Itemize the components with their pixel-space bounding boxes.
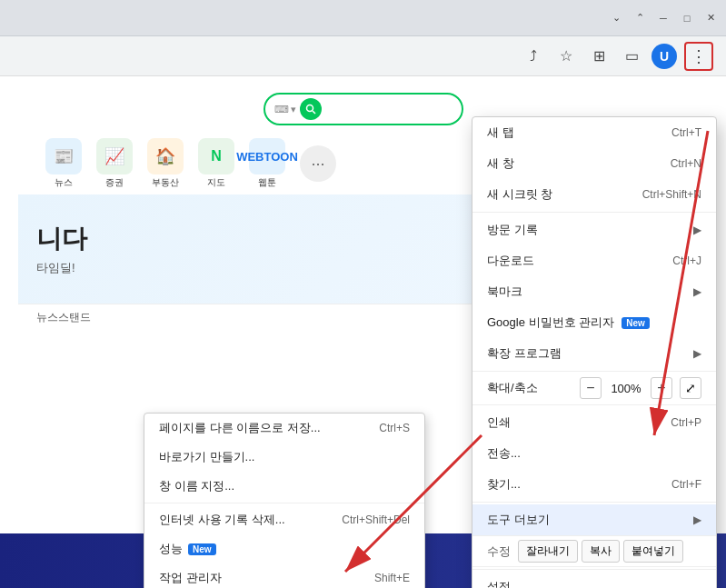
cm-new-window[interactable]: 새 창 Ctrl+N xyxy=(472,148,716,179)
toolbar-actions: ⤴ ☆ ⊞ ▭ U ⋮ xyxy=(521,42,713,71)
cm-find-shortcut: Ctrl+F xyxy=(671,478,701,491)
ctx-clear-history-shortcut: Ctrl+Shift+Del xyxy=(342,513,410,526)
cm-divider-5 xyxy=(472,569,716,570)
zoom-controls: − 100% + ⤢ xyxy=(580,377,701,399)
ctx-save-page[interactable]: 페이지를 다른 이름으로 저장... Ctrl+S xyxy=(144,414,424,443)
cm-history[interactable]: 방문 기록 ▶ xyxy=(472,214,716,245)
avatar[interactable]: U xyxy=(651,44,677,69)
zoom-minus-button[interactable]: − xyxy=(580,377,602,399)
news-label: 뉴스 xyxy=(55,176,73,189)
cm-divider-2 xyxy=(472,371,716,372)
cm-extensions[interactable]: 확장 프로그램 ▶ xyxy=(472,338,716,369)
shortcut-realestate[interactable]: 🏠 부동산 xyxy=(147,138,184,189)
close-button[interactable]: ✕ xyxy=(702,10,719,26)
svg-point-0 xyxy=(306,105,313,112)
cm-print-shortcut: Ctrl+P xyxy=(671,416,701,429)
cm-zoom-row: 확대/축소 − 100% + ⤢ xyxy=(472,374,716,403)
hero-main-text: 니다 xyxy=(18,222,87,256)
ctx-performance-label: 성능 xyxy=(159,541,183,557)
cm-zoom-label: 확대/축소 xyxy=(487,380,538,396)
shortcut-stocks[interactable]: 📈 증권 xyxy=(96,138,133,189)
sidebar-icon[interactable]: ▭ xyxy=(619,44,644,69)
cm-print[interactable]: 인쇄 Ctrl+P xyxy=(472,407,716,438)
restore-button[interactable]: □ xyxy=(679,10,695,26)
news-icon: 📰 xyxy=(45,138,82,174)
zoom-plus-button[interactable]: + xyxy=(651,377,672,399)
newsstand-tab[interactable]: 뉴스스탠드 xyxy=(36,310,91,325)
realestate-icon: 🏠 xyxy=(147,138,184,174)
cm-find-label: 찾기... xyxy=(487,476,521,493)
more-shortcuts-button[interactable]: ··· xyxy=(300,145,336,182)
page-content: ⌨ ▾ 📰 뉴스 📈 증권 🏠 부동산 xyxy=(0,76,726,588)
cm-history-label: 방문 기록 xyxy=(487,222,538,238)
cm-new-incognito[interactable]: 새 시크릿 창 Ctrl+Shift+N xyxy=(472,179,716,210)
chevron-down-button[interactable]: ⌄ xyxy=(608,10,624,26)
ctx-divider-1 xyxy=(144,503,424,503)
window-title-bar: ⌄ ⌃ ─ □ ✕ xyxy=(0,0,726,36)
search-icon[interactable] xyxy=(300,98,322,120)
ctx-save-page-label: 페이지를 다른 이름으로 저장... xyxy=(159,420,321,436)
ctx-task-manager-label: 작업 관리자 xyxy=(159,570,222,586)
shortcut-map[interactable]: N 지도 xyxy=(198,138,234,189)
ctx-task-manager[interactable]: 작업 관리자 Shift+E xyxy=(144,563,424,588)
cm-bookmarks[interactable]: 북마크 ▶ xyxy=(472,276,716,307)
ctx-name-window[interactable]: 창 이름 지정... xyxy=(144,472,424,501)
cm-settings[interactable]: 설정 xyxy=(472,572,716,588)
cm-divider-4 xyxy=(472,502,716,503)
ctx-name-window-label: 창 이름 지정... xyxy=(159,478,234,494)
webtoon-label: 웹툰 xyxy=(258,176,276,189)
webtoon-icon: WEBTOON xyxy=(249,138,285,174)
browser-toolbar: ⤴ ☆ ⊞ ▭ U ⋮ xyxy=(0,36,726,76)
ctx-clear-history[interactable]: 인터넷 사용 기록 삭제... Ctrl+Shift+Del xyxy=(144,505,424,534)
bookmark-icon[interactable]: ☆ xyxy=(553,44,579,69)
cm-new-tab-shortcut: Ctrl+T xyxy=(671,126,701,139)
shortcut-news[interactable]: 📰 뉴스 xyxy=(45,138,82,189)
map-label: 지도 xyxy=(207,176,225,189)
stocks-label: 증권 xyxy=(105,176,124,189)
map-icon: N xyxy=(198,138,234,174)
cm-print-label: 인쇄 xyxy=(487,414,511,431)
cm-divider-1 xyxy=(472,212,716,213)
ctx-performance-new-badge: New xyxy=(188,543,216,555)
zoom-fullscreen-button[interactable]: ⤢ xyxy=(680,377,701,399)
search-box[interactable]: ⌨ ▾ xyxy=(264,93,463,125)
cm-new-window-shortcut: Ctrl+N xyxy=(671,157,701,170)
cm-cut-button[interactable]: 잘라내기 xyxy=(518,540,578,563)
cm-new-tab-label: 새 탭 xyxy=(487,125,514,141)
cm-more-tools[interactable]: 도구 더보기 ▶ xyxy=(472,504,716,535)
cm-bookmarks-label: 북마크 xyxy=(487,284,522,300)
ctx-save-page-shortcut: Ctrl+S xyxy=(379,422,410,434)
minimize-button[interactable]: ─ xyxy=(655,10,671,26)
cm-cast[interactable]: 전송... xyxy=(472,438,716,469)
cm-new-incognito-label: 새 시크릿 창 xyxy=(487,186,552,203)
cm-cast-label: 전송... xyxy=(487,445,521,462)
cm-divider-3 xyxy=(472,404,716,405)
cm-extensions-arrow: ▶ xyxy=(693,347,701,360)
ctx-create-shortcut[interactable]: 바로가기 만들기... xyxy=(144,443,424,472)
shortcut-webtoon[interactable]: WEBTOON 웹툰 xyxy=(249,138,285,189)
cm-more-tools-label: 도구 더보기 xyxy=(487,512,550,528)
context-menu: 페이지를 다른 이름으로 저장... Ctrl+S 바로가기 만들기... 창 … xyxy=(144,413,425,588)
cm-paste-button[interactable]: 붙여넣기 xyxy=(623,540,683,563)
cm-downloads-shortcut: Ctrl+J xyxy=(672,254,701,267)
cm-passwords-label: Google 비밀번호 관리자 xyxy=(487,314,614,331)
ctx-clear-history-label: 인터넷 사용 기록 삭제... xyxy=(159,512,285,528)
chrome-menu-button[interactable]: ⋮ xyxy=(684,42,713,71)
ctx-performance[interactable]: 성능 New xyxy=(144,534,424,563)
svg-line-1 xyxy=(313,111,315,114)
chrome-menu: 새 탭 Ctrl+T 새 창 Ctrl+N 새 시크릿 창 Ctrl+Shift… xyxy=(472,116,717,588)
ctx-create-shortcut-label: 바로가기 만들기... xyxy=(159,449,254,465)
extension-icon[interactable]: ⊞ xyxy=(586,44,612,69)
cm-edit-row: 수정 잘라내기 복사 붙여넣기 xyxy=(472,535,716,567)
share-icon[interactable]: ⤴ xyxy=(521,44,546,69)
chevron-up-button[interactable]: ⌃ xyxy=(632,10,648,26)
cm-new-tab[interactable]: 새 탭 Ctrl+T xyxy=(472,117,716,148)
cm-passwords[interactable]: Google 비밀번호 관리자 New xyxy=(472,307,716,338)
dropdown-arrow: ▾ xyxy=(291,104,296,115)
cm-more-tools-arrow: ▶ xyxy=(693,513,701,526)
window-controls[interactable]: ⌄ ⌃ ─ □ ✕ xyxy=(608,10,719,26)
cm-copy-button[interactable]: 복사 xyxy=(582,540,620,563)
cm-find[interactable]: 찾기... Ctrl+F xyxy=(472,469,716,500)
cm-downloads[interactable]: 다운로드 Ctrl+J xyxy=(472,245,716,276)
cm-new-incognito-shortcut: Ctrl+Shift+N xyxy=(642,188,701,201)
